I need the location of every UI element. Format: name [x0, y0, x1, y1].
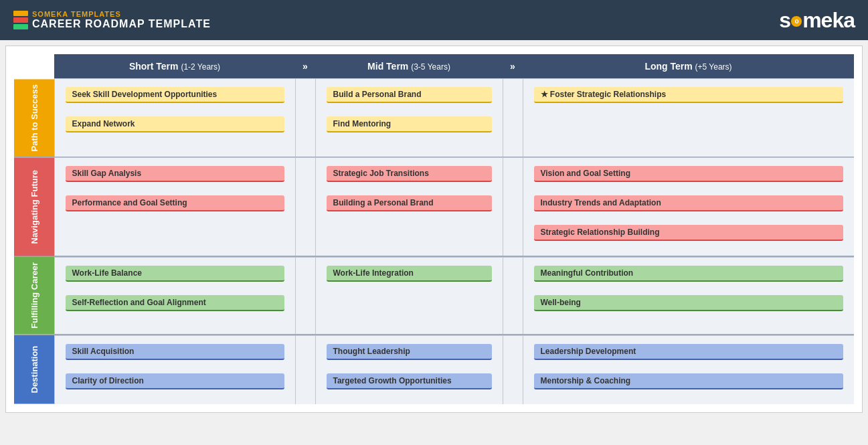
header-row: Short Term (1-2 Years) » Mid Term (3-5 Y…	[14, 54, 854, 79]
logo-shape-yellow	[13, 11, 28, 16]
arrow-sep2-3	[503, 335, 523, 404]
arrow-sep2-1	[503, 158, 523, 256]
arrow-sep-3	[295, 335, 315, 404]
tag-item: Thought Leadership	[327, 344, 492, 360]
tag-item: Work-Life Balance	[66, 266, 284, 282]
arrow-2: »	[503, 54, 523, 79]
tag-item: Strategic Job Transitions	[327, 166, 492, 182]
section-row-navigating-future: Navigating FutureSkill Gap AnalysisPerfo…	[14, 158, 854, 256]
corner-cell	[14, 54, 54, 79]
logo-shape-green	[13, 24, 28, 29]
short-term-header: Short Term (1-2 Years)	[54, 54, 295, 79]
tag-item: Industry Trends and Adaptation	[534, 195, 844, 211]
mid-term-cell-navigating-future: Strategic Job TransitionsBuilding a Pers…	[315, 158, 503, 256]
long-term-cell-path-to-success: ★ Foster Strategic Relationships	[523, 79, 854, 157]
tag-item: Well-being	[534, 295, 844, 311]
section-label-path-to-success: Path to Success	[14, 79, 54, 157]
tag-item: Leadership Development	[534, 344, 844, 360]
arrow-sep-0	[295, 79, 315, 157]
long-term-cell-navigating-future: Vision and Goal SettingIndustry Trends a…	[523, 158, 854, 256]
section-label-fulfilling-career: Fulfilling Career	[14, 257, 54, 334]
tag-item: Performance and Goal Setting	[66, 195, 284, 211]
section-row-fulfilling-career: Fulfilling CareerWork-Life BalanceSelf-R…	[14, 257, 854, 334]
arrow-sep2-2	[503, 257, 523, 334]
tag-item: ★ Foster Strategic Relationships	[534, 87, 844, 103]
tag-item: Targeted Growth Opportunities	[327, 373, 492, 389]
short-term-cell-fulfilling-career: Work-Life BalanceSelf-Reflection and Goa…	[54, 257, 295, 334]
logo-shapes	[13, 11, 28, 29]
long-term-cell-fulfilling-career: Meaningful ContributionWell-being	[523, 257, 854, 334]
brand-name: SOMEKA TEMPLATES	[32, 10, 211, 18]
tag-item: Self-Reflection and Goal Alignment	[66, 295, 284, 311]
arrow-sep-1	[295, 158, 315, 256]
tag-item: Find Mentoring	[327, 116, 492, 132]
topbar: SOMEKA TEMPLATES CAREER ROADMAP TEMPLATE…	[0, 0, 868, 40]
tag-item: Expand Network	[66, 116, 284, 132]
arrow-sep-2	[295, 257, 315, 334]
arrow-1: »	[295, 54, 315, 79]
mid-term-cell-fulfilling-career: Work-Life Integration	[315, 257, 503, 334]
tag-item: Skill Acquisition	[66, 344, 284, 360]
long-term-cell-destination: Leadership DevelopmentMentorship & Coach…	[523, 335, 854, 404]
arrow-sep2-0	[503, 79, 523, 157]
logo-shape-red	[13, 17, 28, 23]
tag-item: Vision and Goal Setting	[534, 166, 844, 182]
tag-item: Work-Life Integration	[327, 266, 492, 282]
tag-item: Meaningful Contribution	[534, 266, 844, 282]
short-term-cell-path-to-success: Seek Skill Development OpportunitiesExpa…	[54, 79, 295, 157]
section-label-destination: Destination	[14, 335, 54, 404]
short-term-cell-destination: Skill AcquisitionClarity of Direction	[54, 335, 295, 404]
section-row-path-to-success: Path to SuccessSeek Skill Development Op…	[14, 79, 854, 157]
topbar-left: SOMEKA TEMPLATES CAREER ROADMAP TEMPLATE	[13, 10, 211, 30]
mid-term-cell-path-to-success: Build a Personal BrandFind Mentoring	[315, 79, 503, 157]
tag-item: Skill Gap Analysis	[66, 166, 284, 182]
logo-icon: SOMEKA TEMPLATES CAREER ROADMAP TEMPLATE	[13, 10, 211, 30]
tag-item: Clarity of Direction	[66, 373, 284, 389]
tag-item: Building a Personal Brand	[327, 195, 492, 211]
main-content: Short Term (1-2 Years) » Mid Term (3-5 Y…	[5, 46, 863, 413]
roadmap-table: Short Term (1-2 Years) » Mid Term (3-5 Y…	[14, 54, 854, 404]
short-term-cell-navigating-future: Skill Gap AnalysisPerformance and Goal S…	[54, 158, 295, 256]
mid-term-header: Mid Term (3-5 Years)	[315, 54, 503, 79]
tag-item: Seek Skill Development Opportunities	[66, 87, 284, 103]
long-term-header: Long Term (+5 Years)	[523, 54, 854, 79]
tag-item: Build a Personal Brand	[327, 87, 492, 103]
section-label-navigating-future: Navigating Future	[14, 158, 54, 256]
template-title: CAREER ROADMAP TEMPLATE	[32, 18, 211, 30]
section-row-destination: DestinationSkill AcquisitionClarity of D…	[14, 335, 854, 404]
tag-item: Strategic Relationship Building	[534, 225, 844, 241]
tag-item: Mentorship & Coaching	[534, 373, 844, 389]
mid-term-cell-destination: Thought LeadershipTargeted Growth Opport…	[315, 335, 503, 404]
someka-logo: someka	[779, 8, 855, 33]
